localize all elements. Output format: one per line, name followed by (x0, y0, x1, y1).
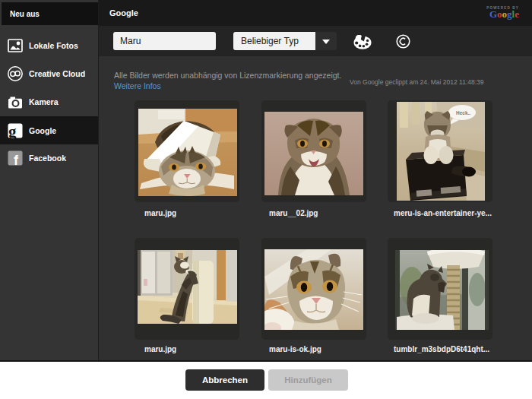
svg-text:g: g (8, 122, 17, 139)
svg-text:Heck..: Heck.. (456, 110, 470, 116)
svg-text:f: f (14, 153, 19, 166)
